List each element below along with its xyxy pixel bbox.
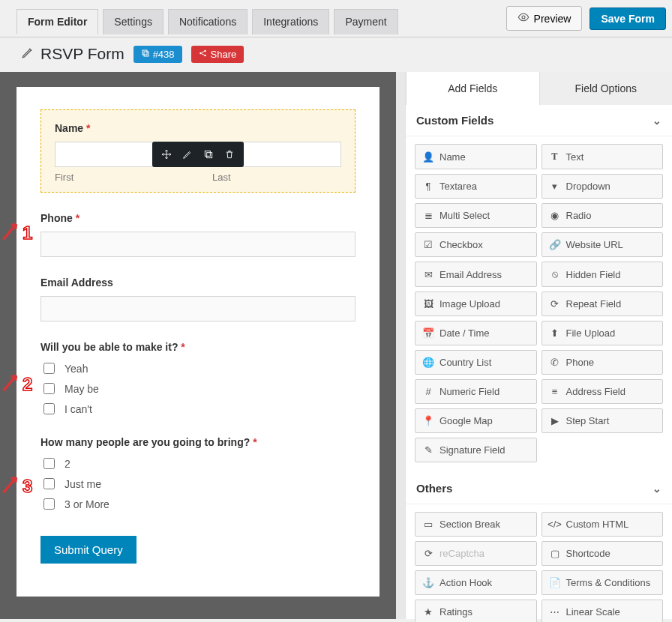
attend-opt-1[interactable]: [44, 383, 55, 394]
field-btn-radio[interactable]: ◉Radio: [542, 203, 664, 228]
field-btn-label: Country List: [440, 357, 491, 368]
field-btn-label: Multi Select: [440, 210, 490, 221]
field-btn-name[interactable]: 👤Name: [415, 144, 537, 169]
field-btn-image-upload[interactable]: 🖼Image Upload: [415, 292, 537, 316]
scrollbar-gap[interactable]: [396, 72, 405, 619]
field-btn-textarea[interactable]: ¶Textarea: [415, 174, 537, 199]
copy-icon: [141, 49, 150, 60]
section-custom-fields[interactable]: Custom Fields ⌄: [406, 105, 672, 136]
tab-field-options[interactable]: Field Options: [539, 72, 673, 105]
field-btn-label: Terms & Conditions: [566, 577, 651, 588]
share-badge[interactable]: Share: [191, 46, 244, 63]
field-phone[interactable]: Phone *: [40, 212, 356, 257]
field-btn-numeric-field[interactable]: #Numeric Field: [415, 379, 537, 404]
people-opt-1[interactable]: [44, 478, 55, 489]
save-form-button[interactable]: Save Form: [590, 7, 666, 30]
anchor-icon: ⚓: [423, 577, 434, 588]
field-email[interactable]: Email Address: [40, 277, 356, 321]
tab-notifications[interactable]: Notifications: [168, 9, 248, 34]
preview-button[interactable]: Preview: [506, 6, 583, 31]
phone-input[interactable]: [40, 232, 356, 257]
delete-icon[interactable]: [221, 146, 238, 163]
tab-integrations[interactable]: Integrations: [252, 9, 329, 34]
field-btn-action-hook[interactable]: ⚓Action Hook: [415, 570, 537, 595]
field-btn-label: Linear Scale: [566, 606, 620, 618]
list-icon: ≣: [423, 210, 434, 221]
recaptcha-icon: ⟳: [423, 548, 434, 559]
field-btn-website-url[interactable]: 🔗Website URL: [542, 232, 664, 257]
field-btn-label: Image Upload: [440, 298, 500, 310]
field-btn-linear-scale[interactable]: ⋯Linear Scale: [542, 600, 664, 622]
field-btn-multi-select[interactable]: ≣Multi Select: [415, 203, 537, 228]
field-btn-shortcode[interactable]: ▢Shortcode: [542, 541, 664, 566]
upload-icon: ⬆: [550, 327, 560, 339]
form-title: RSVP Form: [21, 45, 124, 63]
field-btn-date-time[interactable]: 📅Date / Time: [415, 321, 537, 345]
pencil-icon: [21, 45, 34, 63]
main-nav-tabs: Form Editor Settings Notifications Integ…: [16, 6, 403, 31]
field-btn-custom-html[interactable]: </>Custom HTML: [542, 512, 664, 537]
field-btn-terms-conditions[interactable]: 📄Terms & Conditions: [542, 570, 664, 595]
move-icon[interactable]: [158, 146, 175, 163]
svg-rect-6: [207, 153, 212, 158]
hash-icon: #: [423, 386, 434, 397]
svg-point-0: [522, 16, 525, 19]
field-btn-address-field[interactable]: ≡Address Field: [542, 379, 664, 404]
attend-opt-2[interactable]: [44, 403, 55, 414]
repeat-icon: ⟳: [550, 298, 560, 310]
phone-label: Phone *: [40, 212, 356, 224]
shortcode-icon: ▢: [550, 548, 560, 559]
link-icon: 🔗: [550, 239, 560, 250]
annotation-2: 2: [22, 374, 32, 395]
people-opt-2[interactable]: [44, 498, 55, 510]
chevron-down-icon: ⌄: [652, 115, 662, 127]
field-btn-repeat-field[interactable]: ⟳Repeat Field: [542, 292, 664, 316]
field-btn-checkbox[interactable]: ☑Checkbox: [415, 232, 537, 257]
email-input[interactable]: [40, 296, 356, 321]
form-id-badge[interactable]: #438: [134, 46, 182, 63]
field-btn-step-start[interactable]: ▶Step Start: [542, 408, 664, 433]
eye-off-icon: ⦸: [550, 268, 560, 280]
field-attend[interactable]: Will you be able to make it? * Yeah May …: [40, 341, 356, 417]
field-btn-label: Website URL: [566, 239, 623, 250]
field-btn-label: Ratings: [440, 606, 472, 618]
field-btn-country-list[interactable]: 🌐Country List: [415, 350, 537, 375]
field-btn-google-map[interactable]: 📍Google Map: [415, 408, 537, 433]
field-btn-label: Address Field: [566, 386, 626, 397]
field-btn-file-upload[interactable]: ⬆File Upload: [542, 321, 664, 345]
scale-icon: ⋯: [550, 606, 560, 618]
field-btn-phone[interactable]: ✆Phone: [542, 350, 664, 375]
field-btn-hidden-field[interactable]: ⦸Hidden Field: [542, 262, 664, 287]
field-name[interactable]: Name * First Last: [40, 109, 356, 193]
submit-button[interactable]: Submit Query: [40, 536, 136, 564]
tab-settings[interactable]: Settings: [103, 9, 164, 34]
field-btn-label: Shortcode: [566, 548, 610, 559]
field-btn-email-address[interactable]: ✉Email Address: [415, 262, 537, 287]
field-btn-section-break[interactable]: ▭Section Break: [415, 512, 537, 537]
document-icon: 📄: [550, 577, 560, 588]
field-btn-text[interactable]: 𝐓Text: [542, 144, 664, 169]
form-canvas[interactable]: Name * First Last: [16, 87, 380, 597]
field-btn-signature-field[interactable]: ✎Signature Field: [415, 438, 537, 462]
field-people[interactable]: How many people are you going to bring? …: [40, 436, 356, 512]
attend-opt-0[interactable]: [44, 363, 55, 374]
tab-form-editor[interactable]: Form Editor: [16, 9, 98, 34]
code-icon: </>: [550, 519, 560, 530]
chevron-down-icon: ⌄: [652, 483, 662, 495]
text-icon: 𝐓: [550, 151, 560, 163]
edit-icon[interactable]: [179, 146, 196, 163]
duplicate-icon[interactable]: [200, 146, 217, 163]
image-icon: 🖼: [423, 298, 434, 310]
paragraph-icon: ¶: [423, 181, 434, 192]
people-opt-0[interactable]: [44, 458, 55, 469]
tab-payment[interactable]: Payment: [334, 9, 398, 34]
field-btn-recaptcha: ⟳reCaptcha: [415, 541, 537, 566]
section-icon: ▭: [423, 519, 434, 530]
tab-add-fields[interactable]: Add Fields: [406, 72, 539, 105]
section-others[interactable]: Others ⌄: [406, 473, 672, 504]
field-btn-dropdown[interactable]: ▾Dropdown: [542, 174, 664, 199]
field-btn-label: Name: [440, 151, 466, 163]
mail-icon: ✉: [423, 269, 434, 280]
field-btn-ratings[interactable]: ★Ratings: [415, 600, 537, 622]
star-icon: ★: [423, 606, 434, 618]
